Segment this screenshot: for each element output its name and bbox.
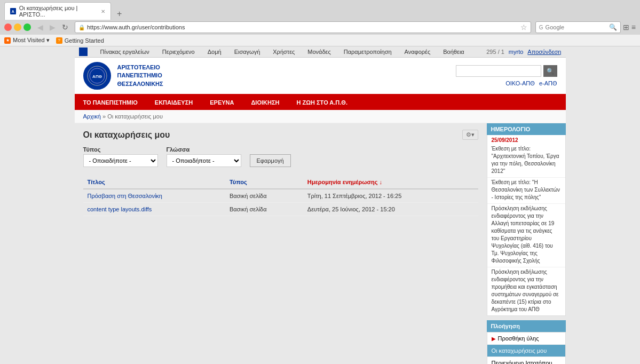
calendar-entry-0[interactable]: Έκθεση με τίτλο: "Αρχιτεκτονική Τοπίου, … — [487, 144, 565, 178]
toolbar-config[interactable]: Παραμετροποίηση — [342, 48, 394, 56]
address-bar[interactable] — [87, 24, 520, 30]
bookmarks-bar: ★ Most Visited ▾ ? Getting Started — [0, 35, 640, 46]
forward-button[interactable]: ▶ — [48, 22, 58, 33]
window-controls — [4, 23, 31, 31]
oiko-link[interactable]: ΟΙΚΟ-ΑΠΘ — [505, 80, 535, 86]
getting-started-bookmark[interactable]: ? Getting Started — [56, 37, 104, 44]
breadcrumb-home[interactable]: Αρχική — [83, 113, 101, 120]
col-date[interactable]: Ημερομηνία ενημέρωσης ↓ — [303, 176, 478, 189]
calendar-entry-2[interactable]: Πρόσκληση εκδήλωσης ενδιαφέροντος για τη… — [487, 204, 565, 267]
page-wrapper: Πίνακας εργαλείων Περιεχόμενο Δομή Εισαγ… — [0, 46, 640, 364]
header-search-input[interactable] — [456, 65, 541, 77]
nav-university[interactable]: ΤΟ ΠΑΝΕΠΙΣΤΗΜΙΟ — [75, 95, 146, 110]
row1-date-cell: Τρίτη, 11 Σεπτέμβριος, 2012 - 16:25 — [303, 189, 478, 203]
nav-site-content-label: Περιεχόμενο Ιστοτόπου — [492, 360, 552, 364]
site-toolbar: Πίνακας εργαλείων Περιεχόμενο Δομή Εισαγ… — [75, 46, 566, 58]
lang-filter-select[interactable]: - Οποιαδήποτε - — [167, 154, 241, 167]
lock-icon: 🔒 — [78, 25, 85, 30]
getting-started-label: Getting Started — [65, 37, 104, 44]
toolbar-page-count: 295 / 1 — [486, 49, 504, 55]
browser-extra-button[interactable]: ≡ — [631, 23, 636, 31]
calendar-section-title: ΗΜΕΡΟΛΟΓΙΟ — [487, 123, 566, 135]
table-row: Πρόσβαση στη Θεσσαλονίκη Βασική σελίδα Τ… — [83, 189, 478, 203]
site-logo: ΑΠΘ ΑΡΙΣΤΟΤΕΛΕΙΟ ΠΑΝΕΠΙΣΤΗΜΙΟ ΘΕΣΣΑΛΟΝΙΚ… — [83, 62, 163, 90]
search-magnifier-icon[interactable]: 🔍 — [609, 23, 617, 31]
university-name: ΑΡΙΣΤΟΤΕΛΕΙΟ ΠΑΝΕΠΙΣΤΗΜΙΟ ΘΕΣΣΑΛΟΝΙΚΗΣ — [117, 64, 163, 88]
filter-row: Τύπος - Οποιαδήποτε - Γλώσσα - Οποιαδήπο… — [83, 146, 478, 167]
nav-section-title: Πλοήγηση — [487, 320, 566, 332]
apply-filter-button[interactable]: Εφαρμογή — [250, 154, 291, 167]
window-maximize-button[interactable] — [23, 23, 31, 31]
calendar-entry-1[interactable]: Έκθεση με τίτλο: "Η Θεσσαλονίκη των Συλλ… — [487, 178, 565, 204]
col-type[interactable]: Τύπος — [225, 176, 303, 189]
tab-bar: A Οι καταχωρήσεις μου | ΑΡΙΣΤΟ... ✕ + — [0, 0, 640, 20]
tab-close-button[interactable]: ✕ — [101, 9, 105, 14]
address-bar-container: 🔒 ☆ — [75, 21, 531, 33]
eapo-link[interactable]: e-ΑΠΘ — [539, 80, 557, 86]
window-close-button[interactable] — [4, 23, 12, 31]
page-heading-row: Οι καταχωρήσεις μου ⚙▾ — [83, 130, 478, 140]
nav-life[interactable]: Η ΖΩΗ ΣΤΟ Α.Π.Θ. — [288, 95, 355, 110]
lang-filter-label: Γλώσσα — [167, 146, 241, 153]
browser-search-input[interactable] — [546, 24, 609, 30]
type-filter-group: Τύπος - Οποιαδήποτε - — [83, 146, 158, 167]
back-button[interactable]: ◀ — [35, 22, 45, 33]
bookmark-star-button[interactable]: ☆ — [520, 23, 527, 31]
getting-started-icon: ? — [56, 37, 62, 44]
toolbar-users[interactable]: Χρήστες — [271, 48, 297, 56]
most-visited-bookmark[interactable]: ★ Most Visited ▾ — [4, 37, 50, 44]
contributions-table: Τίτλος Τύπος Ημερομηνία ενημέρωσης ↓ Πρό… — [83, 176, 478, 216]
nav-education[interactable]: ΕΚΠΑΙΔΕΥΣΗ — [146, 95, 201, 110]
toolbar-dashboard[interactable]: Πίνακας εργαλείων — [98, 48, 152, 56]
calendar-date: 25/09/2012 — [487, 135, 565, 144]
row2-title-link[interactable]: content type layouts.diffs — [88, 206, 152, 212]
settings-button[interactable]: ⚙▾ — [462, 130, 478, 140]
calendar-entry-3[interactable]: Πρόσκληση εκδήλωσης ενδιαφέροντος για τη… — [487, 267, 565, 315]
nav-my-contributions-label: Οι καταχωρήσεις μου — [492, 347, 547, 354]
col-title[interactable]: Τίτλος — [83, 176, 225, 189]
search-area: G 🔍 ⊞ ≡ — [535, 21, 636, 33]
site-header: ΑΠΘ ΑΡΙΣΤΟΤΕΛΕΙΟ ΠΑΝΕΠΙΣΤΗΜΙΟ ΘΕΣΣΑΛΟΝΙΚ… — [75, 58, 566, 95]
reload-button[interactable]: ↻ — [60, 22, 70, 33]
breadcrumb-separator: » — [102, 113, 106, 120]
row2-title-cell: content type layouts.diffs — [83, 203, 225, 216]
page-title: Οι καταχωρήσεις μου — [83, 130, 170, 140]
nav-section: Πλοήγηση ▶ Προσθήκη ύλης Οι καταχωρήσεις… — [487, 320, 566, 364]
active-tab[interactable]: A Οι καταχωρήσεις μου | ΑΡΙΣΤΟ... ✕ — [4, 2, 111, 20]
new-tab-button[interactable]: + — [112, 7, 127, 20]
calendar-content: 25/09/2012 Έκθεση με τίτλο: "Αρχιτεκτονι… — [487, 135, 566, 316]
toolbar-username: myrto — [509, 49, 524, 55]
browser-chrome: A Οι καταχωρήσεις μου | ΑΡΙΣΤΟ... ✕ + ◀ … — [0, 0, 640, 46]
svg-text:ΑΠΘ: ΑΠΘ — [92, 74, 102, 79]
nav-site-content[interactable]: Περιεχόμενο Ιστοτόπου — [487, 357, 565, 364]
toolbar-help[interactable]: Βοήθεια — [441, 48, 466, 56]
header-search-form: 🔍 — [456, 65, 557, 77]
window-minimize-button[interactable] — [14, 23, 21, 31]
toolbar-appearance[interactable]: Εισαγωγή — [232, 48, 263, 56]
row2-type-cell: Βασική σελίδα — [225, 203, 303, 216]
nav-add-content-label: Προσθήκη ύλης — [498, 335, 539, 342]
toolbar-modules[interactable]: Μονάδες — [305, 48, 333, 56]
row1-type-cell: Βασική σελίδα — [225, 189, 303, 203]
nav-add-content[interactable]: ▶ Προσθήκη ύλης — [487, 333, 565, 345]
toolbar-reports[interactable]: Αναφορές — [402, 48, 433, 56]
nav-arrow-icon: ▶ — [492, 336, 496, 342]
header-search-button[interactable]: 🔍 — [543, 65, 557, 77]
row2-date-cell: Δευτέρα, 25 Ιούνιος, 2012 - 15:20 — [303, 203, 478, 216]
calendar-section: ΗΜΕΡΟΛΟΓΙΟ 25/09/2012 Έκθεση με τίτλο: "… — [487, 123, 566, 316]
browser-menu-button[interactable]: ⊞ — [623, 23, 629, 31]
nav-my-contributions[interactable]: Οι καταχωρήσεις μου — [487, 345, 565, 357]
toolbar-content[interactable]: Περιεχόμενο — [160, 48, 197, 56]
nav-research[interactable]: ΕΡΕΥΝΑ — [201, 95, 242, 110]
row1-title-link[interactable]: Πρόσβαση στη Θεσσαλονίκη — [88, 193, 162, 199]
table-row: content type layouts.diffs Βασική σελίδα… — [83, 203, 478, 216]
nav-sidebar: ▶ Προσθήκη ύλης Οι καταχωρήσεις μου Περι… — [487, 332, 566, 364]
browser-navigation: ◀ ▶ ↻ — [35, 22, 70, 33]
toolbar-logo — [79, 48, 88, 56]
header-links: ΟΙΚΟ-ΑΠΘ e-ΑΠΘ — [505, 80, 557, 86]
toolbar-logout[interactable]: Αποσύνδεση — [527, 49, 561, 55]
type-filter-select[interactable]: - Οποιαδήποτε - — [83, 154, 158, 167]
nav-administration[interactable]: ΔΙΟΙΚΗΣΗ — [242, 95, 288, 110]
tab-favicon: A — [10, 8, 16, 14]
toolbar-structure[interactable]: Δομή — [206, 48, 224, 56]
